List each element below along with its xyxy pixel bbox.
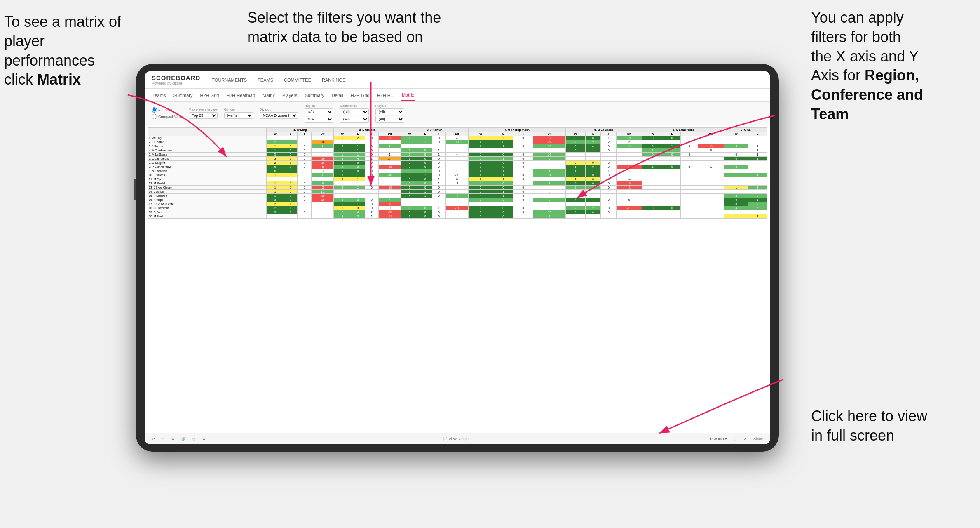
table-row: 18. C Sherwood 200 1300 101-11 300 220-1…: [148, 206, 767, 210]
filter-division-label: Division: [260, 108, 298, 111]
matrix-content: 1. W Ding 2. L Clanton 3. J Koivun 4. M …: [145, 125, 770, 433]
table-row: 11. M Ege 010 0010 010 104-4: [148, 177, 767, 182]
filter-conference-select[interactable]: (All): [340, 108, 369, 115]
filter-conference-select2[interactable]: (All): [340, 116, 369, 123]
player-name-cell: 8. P Summerhays: [148, 165, 267, 169]
subnav-summary[interactable]: Summary: [172, 90, 193, 100]
subnav-h2h-grid2[interactable]: H2H Grid: [350, 90, 370, 100]
view-original-button[interactable]: 📄 View: Original: [441, 436, 473, 442]
subnav-h2h-grid[interactable]: H2H Grid: [199, 90, 220, 100]
tablet-screen: SCOREBOARD Powered by clippd TOURNAMENTS…: [145, 71, 770, 444]
th-w-ding: 1. W Ding: [267, 128, 334, 132]
ann-axes-l3: the X axis and Y: [811, 48, 919, 65]
ann-matrix-line3-plain: click: [4, 71, 37, 88]
layout-button[interactable]: ⊡: [732, 436, 739, 442]
view-options: Full View Compact View: [152, 107, 182, 119]
filter-region-select2[interactable]: N/A: [305, 116, 333, 123]
filter-players-select[interactable]: (All): [375, 108, 404, 115]
bottom-toolbar: ↩ ↪ ↻ 🔗 ⊞ ⚙ 📄 View: Original 👁 Watch ▾ ⊡…: [145, 433, 770, 444]
link-button[interactable]: 🔗: [180, 436, 188, 442]
toolbar-right: 👁 Watch ▾ ⊡ ⤢ Share: [707, 436, 765, 442]
filter-max-players-select[interactable]: Top 25: [189, 112, 218, 119]
filter-players-label: Players: [375, 104, 404, 108]
scoreboard-logo: SCOREBOARD Powered by clippd: [152, 74, 200, 85]
th-l-clanton: 2. L Clanton: [334, 128, 401, 132]
full-view-option[interactable]: Full View: [152, 107, 182, 113]
th-cl-w: W: [642, 132, 663, 136]
th-c-lamprecht: 6. C Lamprecht: [642, 128, 724, 132]
app-header: SCOREBOARD Powered by clippd TOURNAMENTS…: [145, 71, 770, 89]
ann-axes-l4b: Region,: [865, 67, 919, 84]
table-row: 19. D Ford 300 242-20 300 30013 300: [148, 210, 767, 214]
filter-division-select[interactable]: NCAA Division I: [260, 112, 298, 119]
subnav-detail[interactable]: Detail: [331, 90, 344, 100]
th-wd-t: T: [298, 132, 311, 136]
filter-conference-label: Conference: [340, 104, 369, 108]
player-name-cell: 20. M Ford: [148, 214, 267, 219]
compact-view-radio[interactable]: [152, 114, 157, 119]
th-wd-l: L: [284, 132, 298, 136]
share-button[interactable]: Share: [752, 436, 765, 442]
compact-view-option[interactable]: Compact View: [152, 114, 182, 119]
share-label: Share: [753, 437, 763, 441]
player-name-cell: 1. W Ding: [148, 136, 267, 140]
table-row: 2. L Clanton 210-16 01013 00-24 2222: [148, 140, 767, 144]
th-ml-l: L: [585, 132, 601, 136]
player-name-cell: 9. N Gabrelcik: [148, 169, 267, 173]
th-player-name: [148, 128, 267, 136]
table-row: 9. N Gabrelcik 0100 009 0101 0111 1111: [148, 169, 767, 173]
filter-players-select2[interactable]: (All): [375, 116, 404, 123]
ann-matrix-line2: player performances: [4, 33, 95, 69]
nav-rankings[interactable]: RANKINGS: [320, 77, 347, 83]
table-row: 17. S De La Fuente 200 110-8 02: [148, 202, 767, 206]
refresh-button[interactable]: ↻: [170, 436, 176, 442]
subnav-matrix-players[interactable]: Matrix: [262, 90, 276, 100]
annotation-axes: You can apply filters for both the X axi…: [811, 8, 968, 124]
player-name-cell: 5. M La Sasso: [148, 153, 267, 157]
watch-button[interactable]: 👁 Watch ▾: [707, 436, 729, 442]
table-row: 14. J Lundin 11010 110 110-7: [148, 190, 767, 194]
table-row: 7. G Sargent 200-16 300 300 300 003: [148, 161, 767, 165]
filters-bar: Full View Compact View Max players in vi…: [145, 102, 770, 125]
redo-button[interactable]: ↪: [160, 436, 166, 442]
settings-button[interactable]: ⚙: [201, 436, 207, 442]
player-name-cell: 7. G Sargent: [148, 161, 267, 165]
subnav-players[interactable]: Players: [281, 90, 298, 100]
table-row: 15. P Maichon 110-19 410-7 410 22: [148, 194, 767, 198]
zoom-button[interactable]: ⊞: [191, 436, 197, 442]
subnav-h2h-heatmap[interactable]: H2H Heatmap: [225, 90, 256, 100]
filter-region: Region N/A N/A: [305, 104, 333, 123]
filter-division: Division NCAA Division I: [260, 108, 298, 119]
subnav-h2h-h[interactable]: H2H H...: [376, 90, 395, 100]
tablet-device: SCOREBOARD Powered by clippd TOURNAMENTS…: [136, 64, 779, 452]
player-name-cell: 18. C Sherwood: [148, 206, 267, 210]
ann-matrix-line1: To see a matrix of: [4, 13, 121, 30]
fullscreen-button[interactable]: ⤢: [742, 436, 748, 442]
th-mt-t: T: [513, 132, 533, 136]
undo-button[interactable]: ↩: [150, 436, 157, 442]
ann-axes-l6: Team: [811, 106, 849, 123]
th-gs-w: W: [724, 132, 748, 136]
main-nav: TOURNAMENTS TEAMS COMMITTEE RANKINGS: [210, 77, 347, 83]
ann-axes-l1: You can apply: [811, 9, 904, 26]
nav-committee[interactable]: COMMITTEE: [282, 77, 313, 83]
th-ml-w: W: [566, 132, 585, 136]
filter-gender: Gender Men's: [224, 108, 253, 119]
ann-fs-l2: in full screen: [811, 427, 894, 444]
th-cl-t: T: [680, 132, 698, 136]
subnav-teams[interactable]: Teams: [152, 90, 166, 100]
subnav-matrix-active[interactable]: Matrix: [401, 90, 415, 101]
ann-matrix-line3-bold: Matrix: [37, 71, 81, 88]
th-gs-l: L: [748, 132, 767, 136]
subnav-summary2[interactable]: Summary: [304, 90, 325, 100]
annotation-filters: Select the filters you want the matrix d…: [247, 8, 462, 47]
th-jk-t: T: [432, 132, 445, 136]
player-name-cell: 3. J Koivun: [148, 144, 267, 148]
nav-tournaments[interactable]: TOURNAMENTS: [210, 77, 249, 83]
filter-region-select[interactable]: N/A: [305, 108, 333, 115]
player-name-cell: 10. B Valdes: [148, 173, 267, 177]
full-view-radio[interactable]: [152, 107, 157, 113]
nav-teams[interactable]: TEAMS: [256, 77, 275, 83]
filter-gender-select[interactable]: Men's: [224, 112, 253, 119]
player-name-cell: 13. J Skov Olesen: [148, 186, 267, 190]
